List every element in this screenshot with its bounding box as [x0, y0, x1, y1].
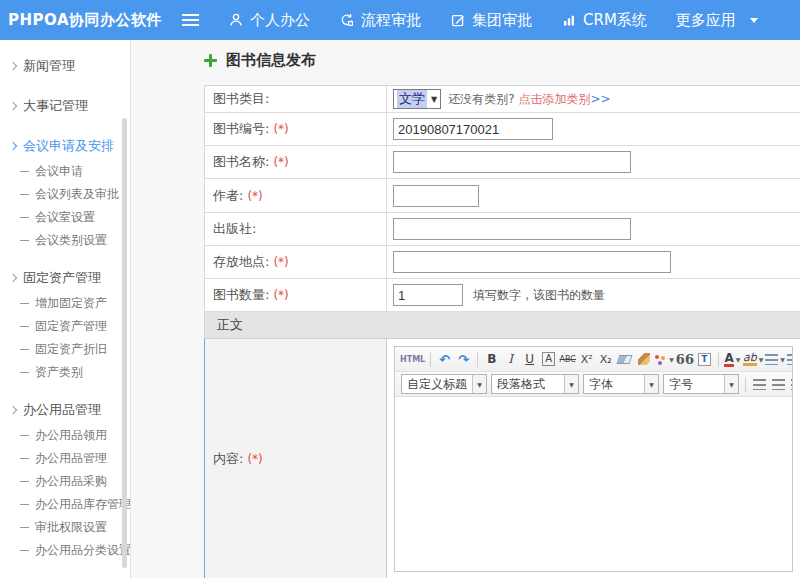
font-size-select[interactable]: 字号▼	[663, 374, 739, 394]
dropdown-caret-icon: ▼	[736, 356, 741, 363]
app-logo: PHPOA协同办公软件	[0, 11, 172, 30]
sidebar-item-5[interactable]: 会议室设置	[0, 206, 130, 229]
sidebar-item-label: 大事记管理	[23, 97, 88, 115]
book-code-input[interactable]	[393, 118, 553, 140]
sidebar-scrollbar[interactable]	[122, 118, 127, 568]
dash-icon	[20, 527, 29, 528]
sidebar-item-10[interactable]: 固定资产折旧	[0, 338, 130, 361]
doodle-icon[interactable]: ▼	[654, 349, 674, 369]
custom-title-select[interactable]: 自定义标题▼	[401, 374, 487, 394]
highlight-color-icon[interactable]: ab▼	[743, 349, 763, 369]
field-label: 图书类目:	[213, 90, 269, 108]
author-input[interactable]	[393, 185, 479, 207]
user-icon	[228, 12, 244, 28]
nav-item-personal-office[interactable]: 个人办公	[228, 11, 310, 30]
blockquote-icon[interactable]: 66	[676, 349, 694, 369]
sidebar-item-label: 办公用品管理	[35, 450, 107, 467]
sidebar-item-label: 办公用品管理	[23, 401, 101, 419]
paste-text-icon[interactable]: T	[696, 349, 713, 369]
process-approval-icon	[339, 12, 355, 28]
format-brush-icon[interactable]	[635, 349, 652, 369]
nav-item-crm[interactable]: CRM系统	[561, 11, 647, 30]
sidebar-group-2[interactable]: 会议申请及安排	[0, 131, 130, 160]
selected-option: 文学	[397, 90, 427, 108]
menu-toggle-icon[interactable]	[182, 14, 199, 26]
sidebar-item-14[interactable]: 办公用品管理	[0, 447, 130, 470]
sidebar-group-0[interactable]: 新闻管理	[0, 51, 130, 80]
paragraph-format-select[interactable]: 段落格式▼	[491, 374, 579, 394]
underline-icon[interactable]: U	[521, 349, 538, 369]
quantity-input[interactable]	[393, 284, 463, 306]
rich-text-editor: HTML↶↷BIUAABCX²X₂▼66TA▼ab▼▼▼ 自定义标题▼段落格式▼…	[394, 346, 793, 572]
sidebar-item-15[interactable]: 办公用品采购	[0, 470, 130, 493]
sidebar-item-4[interactable]: 会议列表及审批	[0, 183, 130, 206]
sidebar-item-17[interactable]: 审批权限设置	[0, 516, 130, 539]
nav-label: 个人办公	[250, 11, 310, 30]
sidebar-item-13[interactable]: 办公用品领用	[0, 424, 130, 447]
dash-icon	[20, 326, 29, 327]
italic-icon[interactable]: I	[502, 349, 519, 369]
html-source-icon[interactable]: HTML	[400, 349, 425, 369]
quantity-hint: 填写数字，该图书的数量	[473, 287, 605, 304]
book-name-input[interactable]	[393, 151, 631, 173]
chevron-right-icon	[9, 405, 17, 413]
font-color-icon[interactable]: A▼	[724, 349, 741, 369]
add-icon	[204, 54, 217, 67]
sidebar-item-label: 办公用品分类设置	[35, 542, 131, 559]
field-label: 图书名称:	[213, 153, 269, 171]
nav-label: 集团审批	[472, 11, 532, 30]
form-row-quantity: 图书数量: (*) 填写数字，该图书的数量	[204, 279, 800, 312]
nav-item-group-approval[interactable]: 集团审批	[450, 11, 532, 30]
sidebar-item-8[interactable]: 增加固定资产	[0, 292, 130, 315]
superscript-icon[interactable]: X²	[578, 349, 595, 369]
align-left-icon[interactable]	[751, 374, 768, 394]
sidebar-item-18[interactable]: 办公用品分类设置	[0, 539, 130, 562]
add-category-link[interactable]: 点击添加类别	[519, 91, 591, 108]
nav-item-process-approval[interactable]: 流程审批	[339, 11, 421, 30]
nav-item-more-apps[interactable]: 更多应用	[676, 11, 758, 30]
top-navbar: PHPOA协同办公软件 个人办公 流程审批 集团审批 CRM系统	[0, 0, 800, 40]
sidebar-item-16[interactable]: 办公用品库存管理	[0, 493, 130, 516]
category-select[interactable]: 文学 ▼	[393, 89, 441, 109]
sidebar-group-12[interactable]: 办公用品管理	[0, 395, 130, 424]
sidebar-item-11[interactable]: 资产类别	[0, 361, 130, 384]
editor-content-area[interactable]	[395, 397, 792, 571]
nav-label: 更多应用	[676, 11, 736, 30]
sidebar-item-label: 固定资产折旧	[35, 341, 107, 358]
add-category-arrows[interactable]: >>	[591, 92, 611, 106]
nav-label: CRM系统	[583, 11, 647, 30]
dash-icon	[20, 349, 29, 350]
sidebar-item-3[interactable]: 会议申请	[0, 160, 130, 183]
field-label: 出版社:	[213, 220, 256, 238]
subscript-icon[interactable]: X₂	[597, 349, 614, 369]
location-input[interactable]	[393, 251, 671, 273]
page-title-row: 图书信息发布	[204, 50, 316, 70]
strikethrough-icon[interactable]: ABC	[559, 349, 576, 369]
dash-icon	[20, 481, 29, 482]
dropdown-label: 段落格式	[492, 376, 564, 393]
editor-toolbar-row2: 自定义标题▼段落格式▼字体▼字号▼	[395, 372, 792, 397]
align-center-icon[interactable]	[770, 374, 787, 394]
required-mark: (*)	[273, 255, 288, 269]
sidebar-group-19[interactable]: 图书管理	[0, 573, 130, 578]
dropdown-label: 自定义标题	[402, 376, 472, 393]
chevron-right-icon	[9, 61, 17, 69]
sidebar-group-7[interactable]: 固定资产管理	[0, 263, 130, 292]
align-right-icon[interactable]	[789, 374, 792, 394]
bold-icon[interactable]: B	[483, 349, 500, 369]
sidebar-item-6[interactable]: 会议类别设置	[0, 229, 130, 252]
redo-icon[interactable]: ↷	[455, 349, 472, 369]
required-mark: (*)	[273, 122, 288, 136]
publisher-input[interactable]	[393, 218, 631, 240]
sidebar-item-label: 会议室设置	[35, 209, 95, 226]
char-border-icon[interactable]: A	[540, 349, 557, 369]
undo-icon[interactable]: ↶	[436, 349, 453, 369]
dropdown-caret-icon: ▼	[780, 356, 785, 363]
unordered-list-icon[interactable]: ▼	[787, 349, 792, 369]
sidebar-group-1[interactable]: 大事记管理	[0, 91, 130, 120]
sidebar-item-9[interactable]: 固定资产管理	[0, 315, 130, 338]
font-family-select[interactable]: 字体▼	[583, 374, 659, 394]
ordered-list-icon[interactable]: ▼	[765, 349, 785, 369]
dash-icon	[20, 458, 29, 459]
eraser-icon[interactable]	[616, 349, 633, 369]
